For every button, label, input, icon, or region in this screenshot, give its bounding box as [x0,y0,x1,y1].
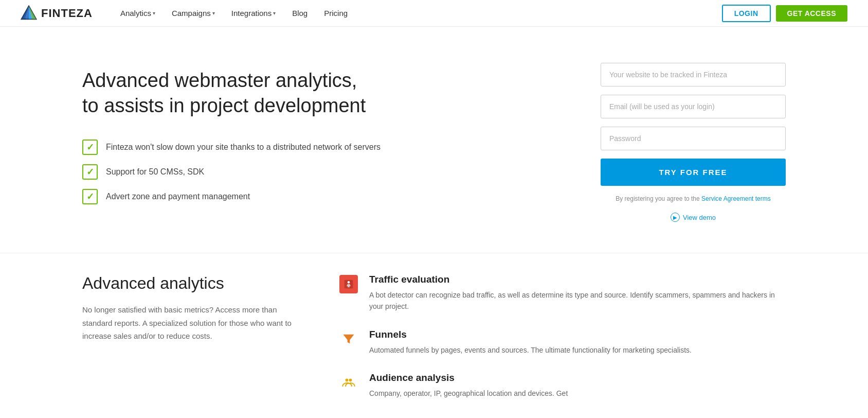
svg-point-8 [348,281,350,284]
svg-rect-11 [348,287,350,287]
funnel-icon [339,330,358,349]
logo-text: FINTEZA [41,7,93,20]
feature-card-funnels: Funnels Automated funnels by pages, even… [339,329,786,356]
svg-rect-9 [347,284,350,285]
traffic-icon [339,275,358,293]
funnels-content: Funnels Automated funnels by pages, even… [369,329,692,356]
chevron-down-icon: ▾ [273,10,276,16]
form-disclaimer: By registering you agree to the Service … [601,194,786,203]
hero-title: Advanced webmaster analytics, to assists… [82,68,370,119]
chevron-down-icon: ▾ [153,10,155,16]
check-icon-2 [82,189,98,204]
nav-item-blog[interactable]: Blog [285,6,315,21]
chevron-down-icon: ▾ [212,10,215,16]
funnels-desc: Automated funnels by pages, events and s… [369,344,692,356]
feature-card-audience: Audience analysis Company, operator, IP,… [339,372,786,399]
feature-item-1: Support for 50 CMSs, SDK [82,164,559,180]
password-input[interactable] [601,127,786,150]
try-free-button[interactable]: TRY FOR FREE [601,159,786,186]
nav-item-pricing[interactable]: Pricing [317,6,355,21]
feature-item-2: Advert zone and payment management [82,189,559,204]
features-title: Advanced analytics [82,274,298,293]
nav-item-integrations[interactable]: Integrations ▾ [224,6,283,21]
get-access-button[interactable]: GET ACCESS [776,5,848,22]
service-agreement-link[interactable]: Service Agreement terms [701,195,771,202]
play-icon: ▶ [671,213,680,222]
signup-form: TRY FOR FREE By registering you agree to… [601,63,786,222]
traffic-content: Traffic evaluation A bot detector can re… [369,274,786,312]
audience-icon [339,373,358,392]
hero-right: TRY FOR FREE By registering you agree to… [601,63,786,222]
features-section: Advanced analytics No longer satisfied w… [0,253,868,418]
check-icon-0 [82,140,98,155]
features-right: Traffic evaluation A bot detector can re… [339,274,786,399]
audience-icon-wrapper [339,372,360,393]
svg-rect-10 [347,285,350,286]
main-nav: FINTEZA Analytics ▾ Campaigns ▾ Integrat… [0,0,868,27]
funnel-icon-wrapper [339,329,360,350]
audience-title: Audience analysis [369,372,568,384]
audience-desc: Company, operator, IP, geographical loca… [369,388,568,399]
traffic-icon-wrapper [339,274,360,294]
funnels-title: Funnels [369,329,692,340]
nav-links: Analytics ▾ Campaigns ▾ Integrations ▾ B… [113,6,722,21]
nav-actions: LOGIN GET ACCESS [722,5,847,22]
hero-left: Advanced webmaster analytics, to assists… [82,63,559,204]
audience-content: Audience analysis Company, operator, IP,… [369,372,568,399]
feature-list: Finteza won't slow down your site thanks… [82,140,559,204]
features-description: No longer satisfied with basic metrics? … [82,303,298,343]
email-input[interactable] [601,95,786,118]
feature-card-traffic: Traffic evaluation A bot detector can re… [339,274,786,312]
check-icon-1 [82,164,98,180]
svg-point-13 [349,379,352,382]
feature-item-0: Finteza won't slow down your site thanks… [82,140,559,155]
traffic-title: Traffic evaluation [369,274,786,285]
nav-item-analytics[interactable]: Analytics ▾ [113,6,162,21]
features-left: Advanced analytics No longer satisfied w… [82,274,298,399]
nav-item-campaigns[interactable]: Campaigns ▾ [165,6,222,21]
logo-icon [21,5,37,22]
hero-section: Advanced webmaster analytics, to assists… [0,27,868,253]
svg-point-12 [346,379,349,382]
view-demo-link[interactable]: ▶ View demo [601,213,786,222]
traffic-desc: A bot detector can recognize bad traffic… [369,289,786,312]
logo-link[interactable]: FINTEZA [21,5,93,22]
login-button[interactable]: LOGIN [722,5,771,22]
website-input[interactable] [601,63,786,86]
